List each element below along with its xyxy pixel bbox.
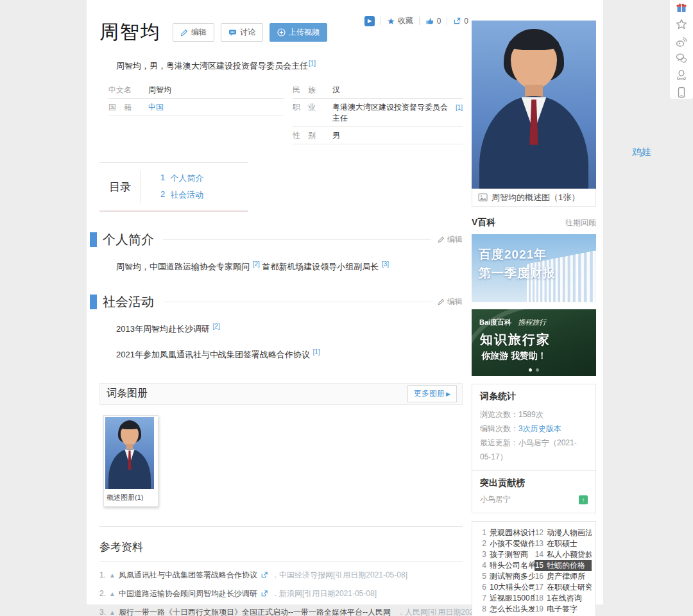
qq-share-icon[interactable]: [674, 69, 689, 81]
content-divider: [99, 526, 463, 527]
activity-paragraph: 2013年周智均赴长沙调研 [2]: [99, 321, 463, 336]
table-of-contents: 目录 1 个人简介 2 社会活动: [99, 162, 248, 212]
hot-item[interactable]: 17 在职硕士研究: [535, 582, 592, 593]
hot-item[interactable]: 4 猎头公司名单: [477, 560, 535, 571]
citation-anchor-icon[interactable]: ▲: [109, 572, 116, 579]
info-row: 国 籍 中国: [108, 99, 284, 116]
album-gallery: 概述图册(1): [103, 415, 463, 507]
updater-link[interactable]: 小鸟居宁: [518, 438, 549, 447]
vbaike-header: V百科 往期回顾: [472, 217, 596, 228]
share-icon: [453, 17, 461, 25]
info-label: 民 族: [293, 85, 332, 96]
reference-number: 3.: [99, 608, 106, 616]
wechat-share-icon[interactable]: [674, 52, 689, 65]
hot-item[interactable]: 13 在职硕士: [535, 538, 592, 549]
banner2-subline: 你旅游 我赞助！: [481, 350, 547, 362]
reference-sup[interactable]: [1]: [309, 60, 316, 67]
references-title: 参考资料: [99, 540, 463, 562]
toc-item[interactable]: 1 个人简介: [160, 173, 203, 184]
reference-row: 2. ▲ 中国道路运输协会顾问周智均赴长沙调研 ．新浪网[引用日期2021-05…: [99, 588, 463, 599]
like-button[interactable]: 0: [425, 17, 441, 26]
hot-item-label: 孩子测智商: [490, 549, 528, 560]
section-edit-link[interactable]: 编辑: [438, 234, 463, 245]
reference-sup[interactable]: [2]: [213, 323, 220, 330]
hot-item[interactable]: 2 小孩不爱做作: [477, 538, 535, 549]
profile-paragraph: 周智均，中国道路运输协会专家顾问 [2] 首都新机场建设领导小组副局长 [3]: [99, 259, 463, 274]
gallery-photo: [105, 417, 154, 489]
reference-link[interactable]: 中国道路运输协会顾问周智均赴长沙调研: [119, 588, 257, 599]
reference-sup[interactable]: [2]: [253, 261, 260, 268]
info-value: 中国: [148, 102, 164, 113]
section-edit-link[interactable]: 编辑: [438, 296, 463, 307]
vbaike-past-link[interactable]: 往期回顾: [565, 218, 596, 228]
photo-caption-text: 周智均的概述图（1张）: [492, 192, 579, 203]
hot-item[interactable]: 8 怎么长出头发: [477, 604, 535, 615]
entry-stats-box: 词条统计 浏览次数：1589次 编辑次数：3次历史版本 最近更新：小鸟居宁（20…: [472, 384, 596, 513]
hot-item[interactable]: 3 孩子测智商: [477, 549, 535, 560]
separator: [381, 17, 381, 25]
info-label: 国 籍: [108, 102, 148, 113]
ad-banner-travel[interactable]: Bai度百科 携程旅行 知识旅行家 你旅游 我赞助！: [472, 309, 596, 376]
external-link-icon[interactable]: [261, 571, 268, 579]
reference-sup[interactable]: [3]: [382, 261, 389, 268]
hot-item[interactable]: 12 动漫人物画法: [535, 527, 592, 538]
hot-item[interactable]: 6 10大猎头公司: [477, 582, 535, 593]
reference-sup[interactable]: [1]: [456, 104, 463, 111]
toc-item-label: 个人简介: [170, 173, 203, 184]
info-value: 周智均: [148, 85, 171, 96]
hot-item[interactable]: 15 牡蛎的价格: [535, 560, 592, 571]
reference-link[interactable]: 凤凰通讯社与中战集团签署战略合作协议: [119, 570, 257, 581]
weibo-share-icon[interactable]: [674, 35, 689, 48]
discuss-button[interactable]: 讨论: [221, 23, 263, 42]
hot-item-label: 近视眼1500度: [490, 593, 535, 604]
toc-item-label: 社会活动: [170, 189, 203, 201]
hot-item-label: 小孩不爱做作: [490, 538, 535, 549]
contributor-link[interactable]: 小鸟居宁: [480, 494, 511, 505]
hot-item[interactable]: 14 私人小额贷款: [535, 549, 592, 560]
floating-hotword-link[interactable]: 鸡娃: [632, 146, 651, 158]
history-versions-link[interactable]: 3次历史版本: [518, 424, 561, 433]
gift-activity-icon[interactable]: [674, 1, 689, 14]
vbaike-banner[interactable]: 百度2021年 第一季度财报: [472, 234, 596, 302]
profile-photo[interactable]: [472, 21, 596, 189]
toc-item-num: 2: [160, 189, 165, 201]
reference-sup[interactable]: [1]: [313, 348, 320, 355]
album-title: 词条图册: [107, 387, 148, 400]
edit-entry-button[interactable]: 编辑: [173, 23, 214, 42]
share-button[interactable]: 0: [453, 17, 468, 26]
favorite-button[interactable]: ★收藏: [387, 15, 413, 26]
hot-item[interactable]: 16 房产律师所: [535, 571, 592, 582]
citation-anchor-icon[interactable]: ▲: [109, 590, 116, 597]
external-link-icon[interactable]: [261, 590, 268, 597]
sidebar: 周智均的概述图（1张） V百科 往期回顾 百度2021年 第一季度财报 Bai度…: [472, 21, 596, 616]
hot-item-label: 牡蛎的价格: [547, 560, 585, 571]
hot-item-rank: 16: [535, 571, 543, 582]
arrow-right-icon: ▶: [446, 391, 450, 397]
hot-item[interactable]: 19 电子签字: [535, 604, 592, 615]
carousel-dots[interactable]: [529, 368, 539, 372]
stat-edits: 编辑次数：3次历史版本: [480, 422, 588, 436]
contributor-row: 小鸟居宁 ↑: [480, 494, 588, 505]
ctrip-logo: 携程旅行: [518, 318, 546, 327]
play-icon: ▶: [364, 16, 375, 26]
stat-update: 最近更新：小鸟居宁（2021-05-17）: [480, 436, 588, 464]
hot-item-rank: 19: [535, 604, 543, 615]
reference-link[interactable]: 履行一带一路《十日西行文旅项目》全国正式启动--一带一路全媒体平台--人民网: [119, 607, 391, 616]
more-albums-button[interactable]: 更多图册▶: [407, 385, 457, 402]
toc-item[interactable]: 2 社会活动: [160, 189, 203, 201]
gallery-card[interactable]: 概述图册(1): [103, 415, 158, 507]
hot-item-label: 1在线咨询: [547, 593, 582, 604]
hot-item[interactable]: 7 近视眼1500度: [477, 593, 535, 604]
hot-item-rank: 1: [477, 527, 486, 538]
mobile-view-icon[interactable]: [674, 86, 689, 99]
play-entry-button[interactable]: ▶: [364, 16, 375, 26]
hot-item[interactable]: 18 1在线咨询: [535, 593, 592, 604]
photo-caption-bar[interactable]: 周智均的概述图（1张）: [472, 189, 596, 207]
hot-item-rank: 5: [477, 571, 486, 582]
hot-item-label: 动漫人物画法: [547, 527, 592, 538]
upload-video-button[interactable]: 上传视频: [270, 23, 327, 42]
citation-anchor-icon[interactable]: ▲: [109, 609, 116, 616]
hot-item[interactable]: 5 测试智商多少: [477, 571, 535, 582]
favorite-star-icon[interactable]: [674, 18, 689, 31]
hot-item[interactable]: 1 景观园林设计: [477, 527, 535, 538]
